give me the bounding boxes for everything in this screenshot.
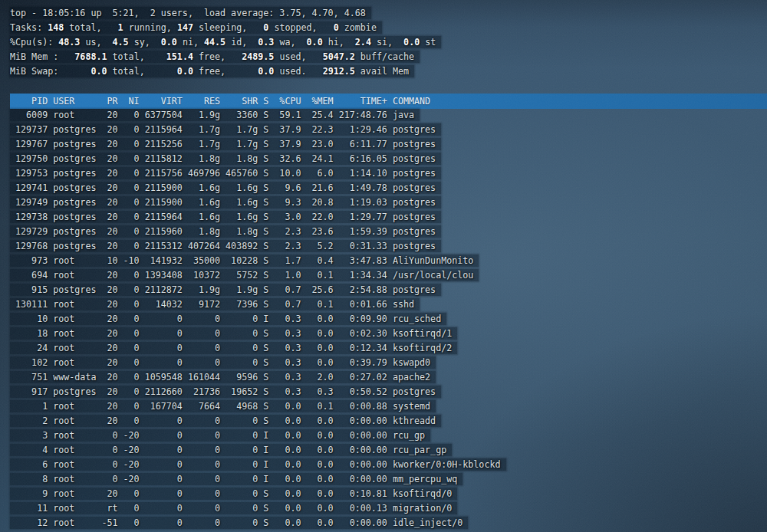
process-row-text: 4 root 0 -20 0 0 0 I 0.0 0.0 0:00.00 rcu… (10, 444, 452, 456)
process-row-pid-129750: 129750 postgres 20 0 2115812 1.8g 1.8g S… (10, 153, 441, 165)
summary-label-text: st (420, 37, 436, 48)
summary-value: 1 (118, 22, 123, 33)
process-row-text: 6009 root 20 0 6377504 1.9g 3360 S 59.1 … (10, 109, 420, 121)
summary-label-text: %Cpu(s): (10, 37, 58, 48)
summary-value: 0 (334, 22, 339, 33)
summary-label-text: free, (193, 51, 242, 62)
process-row-pid-129738: 129738 postgres 20 0 2115964 1.6g 1.6g S… (10, 211, 441, 223)
summary-value: 5047.2 (323, 51, 355, 62)
process-row-text: 11 root rt 0 0 0 0 S 0.0 0.0 0:00.13 mig… (10, 502, 457, 514)
summary-label-text: si, (371, 37, 403, 48)
summary-line-2: Tasks: 148 total, 1 running, 147 sleepin… (10, 21, 382, 34)
summary-value: 4.5 (113, 37, 129, 48)
process-row-text: 102 root 20 0 0 0 0 S 0.3 0.0 0:39.79 ks… (10, 356, 436, 369)
process-row-text: 129741 postgres 20 0 2115900 1.6g 1.6g S… (10, 182, 441, 194)
process-row-text: 915 postgres 20 0 2112872 1.9g 1.9g S 0.… (10, 284, 441, 296)
process-row-text: 9 root 20 0 0 0 0 S 0.0 0.0 0:10.81 ksof… (10, 488, 457, 500)
table-header-row: PID USER PR NI VIRT RES SHR S %CPU %MEM … (10, 94, 767, 109)
summary-label-text: top - 18:05:16 up 5:21, 2 users, load av… (10, 8, 366, 18)
process-row-text: 973 root 10 -10 141932 35000 10228 S 1.7… (10, 255, 479, 267)
process-row-text: 129767 postgres 20 0 2115256 1.7g 1.7g S… (10, 138, 441, 150)
summary-value: 0.0 (177, 66, 193, 77)
summary-value: 2.4 (355, 37, 371, 48)
summary-line-text: top - 18:05:16 up 5:21, 2 users, load av… (10, 7, 371, 19)
summary-label-text: MiB Swap: (10, 66, 91, 77)
summary-line-5: MiB Swap: 0.0 total, 0.0 free, 0.0 used.… (10, 65, 414, 77)
summary-value: 48.3 (58, 37, 80, 48)
summary-value: 0.0 (161, 37, 177, 48)
process-row-pid-751: 751 www-data 20 0 1059548 161044 9596 S … (10, 371, 436, 383)
summary-value: 0.0 (91, 66, 107, 77)
summary-label-text: running, (123, 22, 177, 33)
process-row-text: 129738 postgres 20 0 2115964 1.6g 1.6g S… (10, 211, 441, 223)
summary-line-3: %Cpu(s): 48.3 us, 4.5 sy, 0.0 ni, 44.5 i… (10, 36, 441, 48)
process-row-text: 129729 postgres 20 0 2115960 1.8g 1.8g S… (10, 225, 441, 238)
summary-label-text: used, (274, 51, 322, 62)
summary-value: 2912.5 (323, 66, 355, 77)
process-row-pid-4: 4 root 0 -20 0 0 0 I 0.0 0.0 0:00.00 rcu… (10, 444, 452, 456)
process-row-pid-129749: 129749 postgres 20 0 2115900 1.6g 1.6g S… (10, 196, 441, 209)
summary-line-1: top - 18:05:16 up 5:21, 2 users, load av… (10, 7, 371, 19)
summary-value: 0.0 (403, 37, 420, 48)
process-row-text: 751 www-data 20 0 1059548 161044 9596 S … (10, 371, 436, 383)
process-row-text: 12 root -51 0 0 0 0 S 0.0 0.0 0:00.00 id… (10, 517, 468, 529)
process-row-pid-11: 11 root rt 0 0 0 0 S 0.0 0.0 0:00.13 mig… (10, 502, 457, 514)
process-row-pid-129768: 129768 postgres 20 0 2115312 407264 4038… (10, 240, 441, 252)
summary-label-text: total, (64, 22, 117, 33)
process-row-text: 2 root 20 0 0 0 0 S 0.0 0.0 0:00.00 kthr… (10, 415, 441, 427)
process-row-text: 1 root 20 0 167704 7664 4968 S 0.0 0.1 0… (10, 400, 436, 412)
process-row-text: 129750 postgres 20 0 2115812 1.8g 1.8g S… (10, 153, 441, 165)
process-row-text: 3 root 0 -20 0 0 0 I 0.0 0.0 0:00.00 rcu… (10, 429, 430, 442)
process-row-text: 18 root 20 0 0 0 0 S 0.3 0.0 0:02.30 kso… (10, 327, 457, 340)
summary-label-text: hi, (323, 37, 355, 48)
process-row-pid-102: 102 root 20 0 0 0 0 S 0.3 0.0 0:39.79 ks… (10, 356, 436, 369)
summary-value: 0.0 (307, 37, 323, 48)
process-row-text: 917 postgres 20 0 2112660 21736 19652 S … (10, 386, 441, 398)
summary-label-text: us, (80, 37, 112, 48)
process-row-pid-915: 915 postgres 20 0 2112872 1.9g 1.9g S 0.… (10, 284, 441, 296)
summary-label-text: id, (225, 37, 258, 48)
summary-value: 151.4 (166, 51, 193, 62)
process-row-pid-3: 3 root 0 -20 0 0 0 I 0.0 0.0 0:00.00 rcu… (10, 429, 430, 442)
summary-line-text: MiB Mem : 7688.1 total, 151.4 free, 2489… (10, 51, 420, 63)
process-row-pid-9: 9 root 20 0 0 0 0 S 0.0 0.0 0:10.81 ksof… (10, 488, 457, 500)
summary-line-text: %Cpu(s): 48.3 us, 4.5 sy, 0.0 ni, 44.5 i… (10, 36, 441, 48)
summary-label-text: total, (107, 66, 177, 77)
process-row-pid-24: 24 root 20 0 0 0 0 S 0.3 0.0 0:12.34 kso… (10, 342, 457, 354)
process-row-text: 130111 root 20 0 14032 9172 7396 S 0.7 0… (10, 298, 420, 310)
process-row-pid-12: 12 root -51 0 0 0 0 S 0.0 0.0 0:00.00 id… (10, 517, 468, 529)
summary-value: 44.5 (204, 37, 225, 48)
process-row-pid-10: 10 root 20 0 0 0 0 I 0.3 0.0 0:09.90 rcu… (10, 313, 446, 325)
process-row-pid-129753: 129753 postgres 20 0 2115756 469796 4657… (10, 167, 441, 179)
summary-label-text: avail Mem (355, 66, 409, 77)
process-row-pid-129737: 129737 postgres 20 0 2115964 1.7g 1.7g S… (10, 123, 441, 136)
summary-label-text: MiB Mem : (10, 51, 74, 62)
process-row-text: 129768 postgres 20 0 2115312 407264 4038… (10, 240, 441, 252)
summary-line-4: MiB Mem : 7688.1 total, 151.4 free, 2489… (10, 51, 420, 63)
summary-line-text: MiB Swap: 0.0 total, 0.0 free, 0.0 used.… (10, 65, 414, 77)
process-row-text: 129753 postgres 20 0 2115756 469796 4657… (10, 167, 441, 179)
summary-label-text: used. (274, 66, 322, 77)
summary-value: 148 (48, 22, 64, 33)
process-row-pid-2: 2 root 20 0 0 0 0 S 0.0 0.0 0:00.00 kthr… (10, 415, 441, 427)
process-row-pid-6009: 6009 root 20 0 6377504 1.9g 3360 S 59.1 … (10, 109, 420, 121)
summary-label-text: total, (107, 51, 166, 62)
process-row-text: 8 root 0 -20 0 0 0 I 0.0 0.0 0:00.00 mm_… (10, 473, 463, 485)
summary-label-text: zombie (339, 22, 377, 33)
process-row-pid-130111: 130111 root 20 0 14032 9172 7396 S 0.7 0… (10, 298, 420, 310)
terminal-screen: top - 18:05:16 up 5:21, 2 users, load av… (0, 0, 767, 532)
process-row-pid-8: 8 root 0 -20 0 0 0 I 0.0 0.0 0:00.00 mm_… (10, 473, 463, 485)
process-row-pid-18: 18 root 20 0 0 0 0 S 0.3 0.0 0:02.30 kso… (10, 327, 457, 340)
process-row-pid-694: 694 root 20 0 1393408 10372 5752 S 1.0 0… (10, 269, 479, 281)
summary-label-text: sy, (129, 37, 161, 48)
table-header-text: PID USER PR NI VIRT RES SHR S %CPU %MEM … (10, 94, 767, 109)
process-row-text: 129749 postgres 20 0 2115900 1.6g 1.6g S… (10, 196, 441, 209)
summary-value: 0.0 (258, 66, 274, 77)
process-row-pid-129767: 129767 postgres 20 0 2115256 1.7g 1.7g S… (10, 138, 441, 150)
process-row-text: 24 root 20 0 0 0 0 S 0.3 0.0 0:12.34 kso… (10, 342, 457, 354)
process-row-pid-129741: 129741 postgres 20 0 2115900 1.6g 1.6g S… (10, 182, 441, 194)
process-row-text: 10 root 20 0 0 0 0 I 0.3 0.0 0:09.90 rcu… (10, 313, 446, 325)
process-row-pid-6: 6 root 0 -20 0 0 0 I 0.0 0.0 0:00.00 kwo… (10, 458, 506, 471)
process-row-text: 129737 postgres 20 0 2115964 1.7g 1.7g S… (10, 123, 441, 136)
process-row-text: 694 root 20 0 1393408 10372 5752 S 1.0 0… (10, 269, 479, 281)
